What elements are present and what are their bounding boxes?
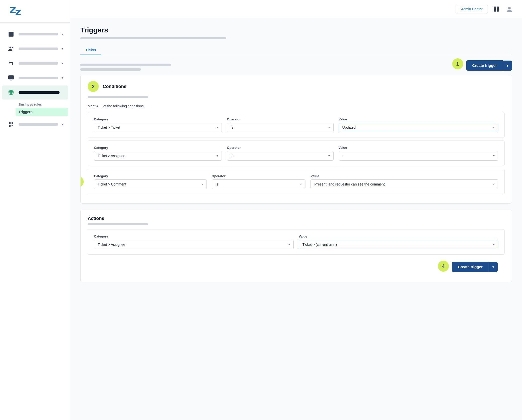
- grid-icon-button[interactable]: [492, 5, 501, 14]
- chevron-icon-cat2: ▾: [217, 154, 218, 158]
- sidebar-item-people[interactable]: ▾: [2, 42, 68, 56]
- condition-3-category: Category Ticket > Comment ▾: [94, 174, 207, 189]
- sidebar-item-workspace[interactable]: ▾: [2, 27, 68, 41]
- nav-label-people: [19, 48, 58, 50]
- chevron-down-icon-6: ▾: [62, 123, 63, 126]
- tabs: Ticket: [80, 45, 512, 55]
- condition-row-1: Category Ticket > Ticket ▾ Operator Is ▾: [88, 112, 505, 137]
- conditions-bar: [88, 96, 148, 98]
- action-category-select[interactable]: Ticket > Assignee ▾: [94, 240, 294, 249]
- apps-icon: [7, 120, 15, 128]
- header-bars: [80, 64, 171, 71]
- sub-nav-header: Business rules: [16, 101, 68, 108]
- value-text-3: Present, and requester can see the comme…: [314, 182, 491, 186]
- chevron-icon-cat1: ▾: [217, 126, 218, 129]
- bottom-actions: 4 Create trigger ▾: [88, 258, 505, 276]
- condition-2-category: Category Ticket > Assignee ▾: [94, 146, 222, 161]
- create-trigger-chevron-button[interactable]: ▾: [503, 61, 512, 71]
- category-label-2: Category: [94, 146, 222, 150]
- sidebar-item-channels[interactable]: ▾: [2, 56, 68, 70]
- trigger-header: 1 Create trigger ▾: [80, 60, 512, 71]
- sidebar-item-apps[interactable]: ▾: [2, 117, 68, 131]
- sidebar-nav: ▾ ▾ ▾: [0, 23, 70, 420]
- action-category-value: Ticket > Assignee: [98, 243, 286, 247]
- actions-bar: [88, 223, 148, 225]
- bottom-create-trigger-chevron[interactable]: ▾: [489, 262, 498, 272]
- svg-rect-3: [10, 34, 11, 35]
- conditions-card: 2 Conditions Meet ALL of the following c…: [80, 75, 512, 204]
- nav-label-objects: [19, 91, 60, 94]
- value-select-1[interactable]: Updated ▾: [339, 123, 498, 132]
- topbar: Admin Center: [70, 0, 522, 18]
- chevron-icon-action-cat: ▾: [288, 243, 290, 246]
- operator-label-1: Operator: [227, 117, 333, 121]
- action-1-fields: Category Ticket > Assignee ▾ Value Ticke…: [94, 235, 498, 249]
- conditions-body: Meet ALL of the following conditions Cat…: [81, 102, 512, 203]
- people-icon: [7, 45, 15, 53]
- create-trigger-wrap: Create trigger ▾: [466, 60, 512, 71]
- category-label-3: Category: [94, 174, 207, 178]
- condition-1-value: Value Updated ▾: [339, 117, 498, 132]
- chevron-icon-val1: ▾: [493, 126, 495, 129]
- monitor-icon: [7, 74, 15, 82]
- action-value-select[interactable]: Ticket > (current user) ▾: [299, 240, 498, 249]
- create-trigger-button[interactable]: Create trigger: [466, 60, 503, 71]
- arrows-icon: [7, 59, 15, 67]
- svg-point-7: [10, 47, 11, 49]
- nav-label-interfaces: [19, 77, 58, 79]
- value-select-2[interactable]: - ▾: [339, 151, 498, 161]
- admin-center-button[interactable]: Admin Center: [456, 5, 488, 13]
- meet-all-text: Meet ALL of the following conditions: [88, 104, 505, 108]
- nav-label-workspace: [19, 33, 58, 35]
- sidebar-item-objects[interactable]: [2, 85, 68, 100]
- chevron-icon-op3: ▾: [300, 182, 302, 186]
- category-select-1[interactable]: Ticket > Ticket ▾: [94, 123, 222, 132]
- sidebar: ▾ ▾ ▾: [0, 0, 70, 420]
- chevron-icon-val2: ▾: [493, 154, 495, 158]
- sidebar-item-interfaces[interactable]: ▾: [2, 71, 68, 85]
- operator-label-3: Operator: [212, 174, 306, 178]
- svg-rect-10: [9, 122, 11, 124]
- user-avatar-button[interactable]: [505, 5, 514, 14]
- operator-value-2: Is: [231, 154, 326, 158]
- grid-icon: [494, 6, 499, 12]
- bottom-create-trigger-wrap: Create trigger ▾: [452, 262, 498, 272]
- tab-ticket[interactable]: Ticket: [80, 45, 101, 55]
- action-value-text: Ticket > (current user): [302, 243, 491, 247]
- value-select-3[interactable]: Present, and requester can see the comme…: [310, 179, 498, 189]
- value-text-1: Updated: [342, 125, 491, 129]
- category-value-1: Ticket > Ticket: [98, 125, 215, 129]
- category-select-3[interactable]: Ticket > Comment ▾: [94, 179, 207, 189]
- operator-label-2: Operator: [227, 146, 333, 150]
- condition-2-operator: Operator Is ▾: [227, 146, 333, 161]
- operator-select-3[interactable]: Is ▾: [212, 179, 306, 189]
- category-value-3: Ticket > Comment: [98, 182, 199, 186]
- svg-rect-2: [11, 33, 12, 34]
- chevron-icon-cat3: ▾: [201, 182, 203, 186]
- chevron-down-icon-2: ▾: [62, 47, 63, 51]
- chevron-down-icon: ▾: [62, 32, 63, 36]
- callout-badge-2: 2: [88, 81, 99, 92]
- operator-select-2[interactable]: Is ▾: [227, 151, 333, 161]
- condition-1-fields: Category Ticket > Ticket ▾ Operator Is ▾: [94, 117, 498, 132]
- category-select-2[interactable]: Ticket > Assignee ▾: [94, 151, 222, 161]
- action-category-label: Category: [94, 235, 294, 238]
- operator-value-3: Is: [216, 182, 298, 186]
- svg-rect-5: [10, 35, 12, 36]
- condition-2-fields: Category Ticket > Assignee ▾ Operator Is…: [94, 146, 498, 161]
- value-label-3: Value: [310, 174, 498, 178]
- operator-select-1[interactable]: Is ▾: [227, 123, 333, 132]
- action-1-value: Value Ticket > (current user) ▾: [299, 235, 498, 249]
- callout-badge-3: 3: [80, 176, 84, 187]
- value-label-2: Value: [339, 146, 498, 150]
- svg-rect-1: [10, 33, 11, 34]
- actions-title: Actions: [88, 216, 505, 221]
- user-avatar-icon: [506, 6, 513, 13]
- category-value-2: Ticket > Assignee: [98, 154, 215, 158]
- bottom-create-trigger-button[interactable]: Create trigger: [452, 262, 489, 272]
- condition-row-3-wrapper: 3 Category Ticket > Comment ▾: [88, 169, 505, 194]
- zendesk-logo: [8, 6, 22, 16]
- svg-rect-11: [12, 122, 13, 124]
- chevron-icon-op2: ▾: [328, 154, 330, 158]
- sidebar-item-triggers[interactable]: Triggers: [16, 108, 68, 116]
